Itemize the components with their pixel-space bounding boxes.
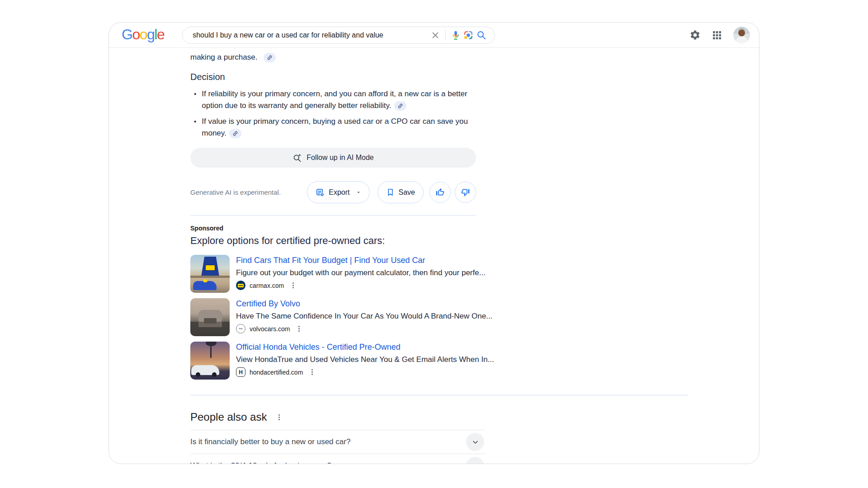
search-magnifier-icon[interactable] bbox=[475, 29, 487, 42]
google-apps-grid-icon[interactable] bbox=[711, 29, 723, 41]
paa-question-row[interactable]: What is the 20/4-10 rule for buying a ca… bbox=[190, 454, 485, 464]
ad-title-link[interactable]: Certified By Volvo bbox=[236, 299, 492, 309]
sponsored-ads-list: Find Cars That Fit Your Budget | Find Yo… bbox=[190, 255, 759, 380]
carmax-favicon bbox=[236, 281, 245, 290]
gear-icon[interactable] bbox=[689, 29, 701, 41]
ad-description: Figure out your budget with our payment … bbox=[236, 268, 486, 277]
ad-thumbnail-carmax[interactable] bbox=[190, 255, 230, 293]
thumbs-up-icon bbox=[435, 188, 445, 197]
ai-overview-partial-line: making a purchase. bbox=[190, 52, 759, 63]
ad-more-options-icon[interactable] bbox=[290, 281, 297, 290]
thumbs-down-icon bbox=[461, 188, 470, 197]
ai-overview-actions: Generative AI is experimental. Export bbox=[190, 181, 476, 203]
bookmark-icon bbox=[386, 188, 395, 197]
ai-bullet-text: If value is your primary concern, buying… bbox=[202, 117, 468, 137]
ai-bullet-item: • If value is your primary concern, buyi… bbox=[190, 116, 476, 139]
thumbs-down-button[interactable] bbox=[455, 182, 476, 203]
volvo-favicon bbox=[236, 324, 245, 333]
ai-bullet-item: • If reliability is your primary concern… bbox=[190, 88, 476, 112]
paa-question-text: What is the 20/4-10 rule for buying a ca… bbox=[190, 461, 331, 464]
ad-thumbnail-honda[interactable] bbox=[190, 342, 230, 380]
citation-link-icon[interactable] bbox=[229, 129, 241, 138]
search-input[interactable]: should I buy a new car or a used car for… bbox=[193, 31, 429, 39]
ad-domain: volvocars.com bbox=[250, 325, 290, 333]
follow-up-ai-mode-button[interactable]: Follow up in AI Mode bbox=[190, 148, 476, 168]
ai-bullet-text: If reliability is your primary concern, … bbox=[202, 89, 467, 110]
results-divider bbox=[190, 395, 688, 395]
ai-mode-search-sparkle-icon bbox=[292, 153, 302, 163]
ad-description: View HondaTrue and Used Vehicles Near Yo… bbox=[236, 355, 494, 364]
people-also-ask-list: Is it financially better to buy a new or… bbox=[190, 430, 485, 464]
people-also-ask-title: People also ask bbox=[190, 411, 267, 423]
paa-question-text: Is it financially better to buy a new or… bbox=[190, 437, 350, 446]
ai-bullet-list: • If reliability is your primary concern… bbox=[190, 88, 476, 139]
search-bar[interactable]: should I buy a new car or a used car for… bbox=[182, 27, 495, 44]
search-bar-divider bbox=[445, 30, 446, 41]
save-label: Save bbox=[399, 188, 415, 197]
ad-thumbnail-volvo[interactable] bbox=[190, 298, 230, 336]
save-button[interactable]: Save bbox=[377, 181, 424, 203]
people-also-ask-header: People also ask bbox=[190, 411, 759, 423]
chevron-down-icon[interactable] bbox=[466, 457, 484, 464]
ad-result-honda: Official Honda Vehicles - Certified Pre-… bbox=[190, 342, 759, 380]
section-divider bbox=[190, 215, 476, 216]
google-logo[interactable]: Google bbox=[122, 27, 164, 43]
ad-domain: carmax.com bbox=[250, 282, 284, 289]
sponsored-label: Sponsored bbox=[190, 225, 759, 232]
export-caret-down-icon bbox=[356, 190, 361, 195]
ad-title-link[interactable]: Official Honda Vehicles - Certified Pre-… bbox=[236, 343, 494, 352]
clear-x-icon[interactable] bbox=[429, 29, 442, 42]
page-header: Google should I buy a new car or a used … bbox=[109, 23, 759, 48]
thumbs-up-button[interactable] bbox=[429, 182, 451, 203]
ai-section-heading: Decision bbox=[190, 72, 759, 82]
search-results-card: Google should I buy a new car or a used … bbox=[108, 22, 760, 464]
ad-result-volvo: Certified By Volvo Have The Same Confide… bbox=[190, 298, 759, 336]
account-avatar[interactable] bbox=[733, 27, 750, 43]
export-button[interactable]: Export bbox=[307, 181, 369, 203]
chevron-down-icon[interactable] bbox=[466, 433, 484, 451]
google-lens-icon[interactable] bbox=[462, 29, 475, 42]
export-doc-icon bbox=[316, 188, 325, 197]
follow-up-label: Follow up in AI Mode bbox=[307, 154, 374, 162]
ad-domain: hondacertified.com bbox=[250, 369, 303, 376]
sponsored-heading: Explore options for certified pre-owned … bbox=[190, 235, 759, 247]
paa-question-row[interactable]: Is it financially better to buy a new or… bbox=[190, 430, 485, 454]
generative-ai-disclaimer: Generative AI is experimental. bbox=[190, 188, 281, 196]
bullet-marker: • bbox=[190, 88, 196, 112]
ad-description: Have The Same Confidence In Your Car As … bbox=[236, 312, 492, 321]
header-right-controls bbox=[689, 27, 750, 43]
ad-more-options-icon[interactable] bbox=[296, 324, 302, 333]
ad-result-carmax: Find Cars That Fit Your Budget | Find Yo… bbox=[190, 255, 759, 293]
ad-title-link[interactable]: Find Cars That Fit Your Budget | Find Yo… bbox=[236, 256, 486, 265]
ai-overview-text: making a purchase. bbox=[190, 52, 257, 63]
bullet-marker: • bbox=[190, 116, 196, 139]
citation-link-icon[interactable] bbox=[264, 53, 276, 62]
paa-more-options-icon[interactable] bbox=[276, 413, 283, 422]
ad-more-options-icon[interactable] bbox=[309, 367, 316, 377]
export-label: Export bbox=[329, 188, 349, 197]
citation-link-icon[interactable] bbox=[394, 101, 406, 111]
voice-search-mic-icon[interactable] bbox=[449, 29, 462, 42]
main-content: making a purchase. Decision • If reliabi… bbox=[109, 52, 759, 464]
honda-favicon: H bbox=[236, 367, 245, 377]
